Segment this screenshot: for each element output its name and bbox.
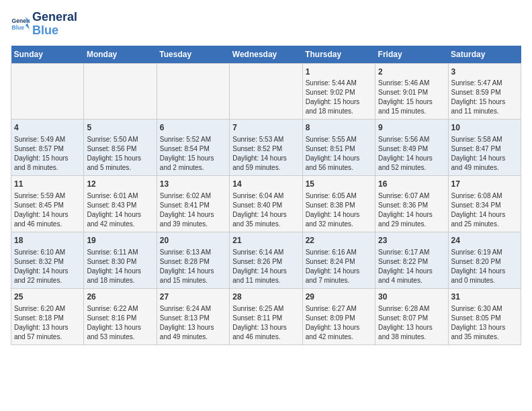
calendar-cell: 21Sunrise: 6:14 AM Sunset: 8:26 PM Dayli…: [230, 232, 302, 288]
day-number: 25: [14, 291, 81, 303]
calendar-table: SundayMondayTuesdayWednesdayThursdayFrid…: [11, 46, 521, 345]
calendar-cell: 6Sunrise: 5:52 AM Sunset: 8:54 PM Daylig…: [157, 120, 229, 176]
calendar-day-header: Sunday: [11, 46, 84, 64]
calendar-day-header: Friday: [375, 46, 448, 64]
day-info: Sunrise: 6:14 AM Sunset: 8:26 PM Dayligh…: [232, 248, 299, 285]
day-number: 31: [451, 291, 518, 303]
calendar-cell: 3Sunrise: 5:47 AM Sunset: 8:59 PM Daylig…: [448, 63, 521, 120]
calendar-day-header: Saturday: [448, 46, 521, 64]
calendar-cell: [157, 63, 229, 120]
day-number: 14: [232, 179, 299, 190]
calendar-cell: 18Sunrise: 6:10 AM Sunset: 8:32 PM Dayli…: [11, 232, 84, 288]
day-number: 4: [14, 122, 81, 134]
calendar-cell: 9Sunrise: 5:56 AM Sunset: 8:49 PM Daylig…: [375, 120, 448, 176]
calendar-cell: 1Sunrise: 5:44 AM Sunset: 9:02 PM Daylig…: [302, 63, 375, 120]
day-info: Sunrise: 6:07 AM Sunset: 8:36 PM Dayligh…: [378, 191, 445, 229]
day-number: 29: [306, 291, 372, 303]
day-number: 21: [232, 235, 299, 246]
day-info: Sunrise: 6:05 AM Sunset: 8:38 PM Dayligh…: [306, 191, 372, 229]
day-number: 7: [232, 122, 299, 134]
calendar-day-header: Tuesday: [157, 46, 229, 64]
day-number: 26: [87, 291, 153, 303]
day-number: 3: [451, 66, 518, 78]
day-info: Sunrise: 5:55 AM Sunset: 8:51 PM Dayligh…: [306, 135, 372, 173]
day-info: Sunrise: 6:01 AM Sunset: 8:43 PM Dayligh…: [87, 191, 153, 229]
calendar-cell: 30Sunrise: 6:28 AM Sunset: 8:07 PM Dayli…: [375, 288, 448, 345]
calendar-cell: 31Sunrise: 6:30 AM Sunset: 8:05 PM Dayli…: [448, 288, 521, 345]
calendar-cell: [230, 63, 302, 120]
day-number: 12: [87, 179, 153, 190]
day-info: Sunrise: 6:10 AM Sunset: 8:32 PM Dayligh…: [14, 248, 81, 285]
calendar-cell: 25Sunrise: 6:20 AM Sunset: 8:18 PM Dayli…: [11, 288, 84, 345]
calendar-header-row: SundayMondayTuesdayWednesdayThursdayFrid…: [11, 46, 521, 64]
calendar-cell: 26Sunrise: 6:22 AM Sunset: 8:16 PM Dayli…: [84, 288, 157, 345]
calendar-cell: 19Sunrise: 6:11 AM Sunset: 8:30 PM Dayli…: [84, 232, 157, 288]
svg-text:Blue: Blue: [12, 24, 25, 31]
day-info: Sunrise: 6:24 AM Sunset: 8:13 PM Dayligh…: [160, 304, 226, 342]
page-header: General Blue General Blue: [11, 11, 521, 38]
day-number: 5: [87, 122, 153, 134]
calendar-cell: 15Sunrise: 6:05 AM Sunset: 8:38 PM Dayli…: [302, 176, 375, 232]
calendar-week-row: 11Sunrise: 5:59 AM Sunset: 8:45 PM Dayli…: [11, 176, 521, 232]
day-number: 28: [232, 291, 299, 303]
day-info: Sunrise: 5:49 AM Sunset: 8:57 PM Dayligh…: [14, 135, 81, 173]
calendar-cell: 20Sunrise: 6:13 AM Sunset: 8:28 PM Dayli…: [157, 232, 229, 288]
day-info: Sunrise: 6:17 AM Sunset: 8:22 PM Dayligh…: [378, 248, 445, 285]
calendar-cell: 7Sunrise: 5:53 AM Sunset: 8:52 PM Daylig…: [230, 120, 302, 176]
calendar-cell: [11, 63, 84, 120]
day-number: 10: [451, 122, 518, 134]
day-info: Sunrise: 6:16 AM Sunset: 8:24 PM Dayligh…: [306, 248, 372, 285]
logo-icon: General Blue: [11, 15, 30, 34]
day-number: 22: [306, 235, 372, 246]
day-number: 1: [306, 66, 372, 78]
day-number: 30: [378, 291, 445, 303]
day-info: Sunrise: 6:02 AM Sunset: 8:41 PM Dayligh…: [160, 191, 226, 229]
day-number: 19: [87, 235, 153, 246]
day-info: Sunrise: 6:22 AM Sunset: 8:16 PM Dayligh…: [87, 304, 153, 342]
day-info: Sunrise: 6:20 AM Sunset: 8:18 PM Dayligh…: [14, 304, 81, 342]
day-number: 24: [451, 235, 518, 246]
day-info: Sunrise: 5:53 AM Sunset: 8:52 PM Dayligh…: [232, 135, 299, 173]
day-info: Sunrise: 6:08 AM Sunset: 8:34 PM Dayligh…: [451, 191, 518, 229]
day-number: 15: [306, 179, 372, 190]
day-number: 17: [451, 179, 518, 190]
day-info: Sunrise: 6:30 AM Sunset: 8:05 PM Dayligh…: [451, 304, 518, 342]
calendar-cell: [84, 63, 157, 120]
calendar-cell: 29Sunrise: 6:27 AM Sunset: 8:09 PM Dayli…: [302, 288, 375, 345]
day-number: 2: [378, 66, 445, 78]
calendar-day-header: Monday: [84, 46, 157, 64]
calendar-cell: 24Sunrise: 6:19 AM Sunset: 8:20 PM Dayli…: [448, 232, 521, 288]
day-info: Sunrise: 5:47 AM Sunset: 8:59 PM Dayligh…: [451, 79, 518, 116]
day-number: 16: [378, 179, 445, 190]
calendar-cell: 4Sunrise: 5:49 AM Sunset: 8:57 PM Daylig…: [11, 120, 84, 176]
logo: General Blue General Blue: [11, 11, 77, 38]
calendar-cell: 23Sunrise: 6:17 AM Sunset: 8:22 PM Dayli…: [375, 232, 448, 288]
day-number: 18: [14, 235, 81, 246]
day-info: Sunrise: 6:11 AM Sunset: 8:30 PM Dayligh…: [87, 248, 153, 285]
calendar-cell: 12Sunrise: 6:01 AM Sunset: 8:43 PM Dayli…: [84, 176, 157, 232]
calendar-cell: 10Sunrise: 5:58 AM Sunset: 8:47 PM Dayli…: [448, 120, 521, 176]
calendar-week-row: 25Sunrise: 6:20 AM Sunset: 8:18 PM Dayli…: [11, 288, 521, 345]
day-number: 13: [160, 179, 226, 190]
day-info: Sunrise: 5:58 AM Sunset: 8:47 PM Dayligh…: [451, 135, 518, 173]
day-info: Sunrise: 6:13 AM Sunset: 8:28 PM Dayligh…: [160, 248, 226, 285]
calendar-cell: 11Sunrise: 5:59 AM Sunset: 8:45 PM Dayli…: [11, 176, 84, 232]
calendar-day-header: Wednesday: [230, 46, 302, 64]
day-number: 20: [160, 235, 226, 246]
calendar-cell: 28Sunrise: 6:25 AM Sunset: 8:11 PM Dayli…: [230, 288, 302, 345]
day-number: 27: [160, 291, 226, 303]
day-info: Sunrise: 5:52 AM Sunset: 8:54 PM Dayligh…: [160, 135, 226, 173]
day-info: Sunrise: 5:44 AM Sunset: 9:02 PM Dayligh…: [306, 79, 372, 116]
day-info: Sunrise: 5:46 AM Sunset: 9:01 PM Dayligh…: [378, 79, 445, 116]
day-number: 6: [160, 122, 226, 134]
calendar-cell: 13Sunrise: 6:02 AM Sunset: 8:41 PM Dayli…: [157, 176, 229, 232]
calendar-week-row: 4Sunrise: 5:49 AM Sunset: 8:57 PM Daylig…: [11, 120, 521, 176]
day-info: Sunrise: 6:19 AM Sunset: 8:20 PM Dayligh…: [451, 248, 518, 285]
calendar-cell: 5Sunrise: 5:50 AM Sunset: 8:56 PM Daylig…: [84, 120, 157, 176]
day-info: Sunrise: 6:27 AM Sunset: 8:09 PM Dayligh…: [306, 304, 372, 342]
calendar-cell: 2Sunrise: 5:46 AM Sunset: 9:01 PM Daylig…: [375, 63, 448, 120]
day-info: Sunrise: 5:50 AM Sunset: 8:56 PM Dayligh…: [87, 135, 153, 173]
calendar-cell: 16Sunrise: 6:07 AM Sunset: 8:36 PM Dayli…: [375, 176, 448, 232]
day-info: Sunrise: 5:59 AM Sunset: 8:45 PM Dayligh…: [14, 191, 81, 229]
calendar-cell: 8Sunrise: 5:55 AM Sunset: 8:51 PM Daylig…: [302, 120, 375, 176]
